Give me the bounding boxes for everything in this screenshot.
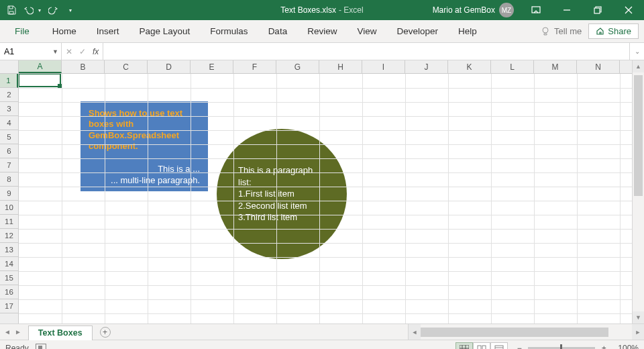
tab-review[interactable]: Review bbox=[298, 22, 346, 40]
normal-view-button[interactable] bbox=[455, 342, 473, 350]
horizontal-scroll-thumb[interactable] bbox=[421, 328, 608, 337]
row-header[interactable]: 13 bbox=[0, 243, 18, 257]
page-break-view-button[interactable] bbox=[490, 342, 508, 350]
horizontal-scrollbar[interactable]: ◄ ► bbox=[408, 324, 644, 340]
column-headers[interactable]: ABCDEFGHIJKLMN bbox=[19, 60, 632, 74]
tab-insert[interactable]: Insert bbox=[87, 22, 129, 40]
tell-me-search[interactable]: Tell me bbox=[535, 26, 587, 36]
gridline-row bbox=[19, 313, 632, 314]
zoom-in-button[interactable]: + bbox=[599, 344, 608, 350]
formula-bar[interactable] bbox=[103, 43, 629, 60]
qat-customize-icon[interactable]: ▾ bbox=[63, 3, 78, 17]
column-header[interactable]: J bbox=[405, 60, 448, 73]
tab-formulas[interactable]: Formulas bbox=[201, 22, 257, 40]
sheet-nav-prev-icon[interactable]: ◄ bbox=[4, 328, 11, 336]
scroll-right-icon[interactable]: ► bbox=[632, 324, 644, 340]
row-headers[interactable]: 1234567891011121314151617 bbox=[0, 74, 19, 323]
macro-recording-icon[interactable] bbox=[36, 344, 46, 350]
tab-help[interactable]: Help bbox=[449, 22, 486, 40]
column-header[interactable]: E bbox=[191, 60, 233, 73]
signed-in-user[interactable]: Mario at GemBox MZ bbox=[433, 3, 514, 17]
zoom-slider[interactable] bbox=[528, 347, 595, 350]
column-header[interactable]: B bbox=[62, 60, 105, 73]
row-header[interactable]: 5 bbox=[0, 130, 18, 144]
minimize-button[interactable] bbox=[551, 0, 582, 20]
svg-rect-0 bbox=[532, 7, 540, 13]
row-header[interactable]: 7 bbox=[0, 158, 18, 172]
svg-rect-9 bbox=[482, 346, 486, 350]
row-header[interactable]: 11 bbox=[0, 215, 18, 229]
restore-button[interactable] bbox=[582, 0, 613, 20]
zoom-controls: − + 100% bbox=[515, 344, 639, 350]
column-header[interactable]: F bbox=[233, 60, 276, 73]
row-header[interactable]: 14 bbox=[0, 257, 18, 271]
column-header[interactable]: D bbox=[148, 60, 191, 73]
select-all-corner[interactable] bbox=[0, 60, 19, 74]
zoom-out-button[interactable]: − bbox=[515, 344, 524, 350]
tab-page-layout[interactable]: Page Layout bbox=[130, 22, 200, 40]
name-box-input[interactable] bbox=[4, 47, 43, 56]
cancel-formula-icon[interactable]: ✕ bbox=[66, 47, 72, 56]
redo-button[interactable] bbox=[46, 3, 60, 17]
textbox-shape-circle[interactable]: This is a paragraph list: 1.First list i… bbox=[217, 129, 347, 259]
tab-view[interactable]: View bbox=[347, 22, 386, 40]
zoom-slider-thumb[interactable] bbox=[560, 344, 562, 350]
save-button[interactable] bbox=[4, 3, 19, 17]
gridline-row bbox=[19, 229, 632, 230]
name-box[interactable]: ▼ bbox=[0, 43, 62, 60]
tab-data[interactable]: Data bbox=[259, 22, 297, 40]
column-header[interactable]: H bbox=[319, 60, 362, 73]
column-header[interactable]: A bbox=[19, 60, 62, 73]
row-header[interactable]: 1 bbox=[0, 74, 18, 88]
enter-formula-icon[interactable]: ✓ bbox=[79, 47, 86, 56]
row-header[interactable]: 6 bbox=[0, 144, 18, 158]
column-header[interactable]: M bbox=[534, 60, 577, 73]
user-avatar: MZ bbox=[499, 3, 514, 17]
row-header[interactable]: 8 bbox=[0, 172, 18, 187]
vertical-scroll-thumb[interactable] bbox=[634, 75, 643, 196]
svg-point-3 bbox=[543, 28, 548, 33]
column-header[interactable]: N bbox=[577, 60, 620, 73]
row-header[interactable]: 17 bbox=[0, 299, 18, 313]
row-header[interactable]: 4 bbox=[0, 116, 18, 130]
worksheet-grid[interactable]: ABCDEFGHIJKLMN 1234567891011121314151617… bbox=[0, 60, 644, 323]
undo-dropdown-icon[interactable]: ▾ bbox=[36, 3, 43, 17]
new-sheet-button[interactable]: + bbox=[98, 324, 113, 340]
row-header[interactable]: 3 bbox=[0, 102, 18, 116]
share-button[interactable]: Share bbox=[588, 23, 639, 39]
gridline-col bbox=[577, 74, 578, 323]
undo-button[interactable] bbox=[21, 3, 36, 17]
column-header[interactable]: G bbox=[276, 60, 319, 73]
column-header[interactable]: K bbox=[448, 60, 491, 73]
scroll-up-icon[interactable]: ▲ bbox=[633, 60, 644, 72]
tab-home[interactable]: Home bbox=[43, 22, 86, 40]
name-box-dropdown-icon[interactable]: ▼ bbox=[52, 48, 58, 55]
sheet-tab-active[interactable]: Text Boxes bbox=[28, 326, 93, 340]
close-button[interactable] bbox=[613, 0, 644, 20]
column-header[interactable]: I bbox=[362, 60, 405, 73]
insert-function-icon[interactable]: fx bbox=[93, 47, 99, 56]
scroll-down-icon[interactable]: ▼ bbox=[633, 311, 644, 323]
ribbon-display-options-button[interactable] bbox=[521, 0, 551, 20]
textbox-shape-rect[interactable]: Shows how to use text boxes with GemBox.… bbox=[80, 101, 208, 191]
sheet-nav-next-icon[interactable]: ► bbox=[15, 328, 21, 336]
row-header[interactable]: 16 bbox=[0, 285, 18, 299]
row-header[interactable]: 2 bbox=[0, 88, 18, 102]
sheet-nav-buttons[interactable]: ◄ ► bbox=[0, 324, 25, 340]
tab-developer[interactable]: Developer bbox=[387, 22, 447, 40]
expand-formula-bar-icon[interactable]: ⌄ bbox=[629, 43, 644, 60]
row-header[interactable]: 10 bbox=[0, 201, 18, 215]
tab-file[interactable]: File bbox=[5, 22, 42, 40]
scroll-left-icon[interactable]: ◄ bbox=[409, 324, 421, 340]
cells-viewport[interactable]: Shows how to use text boxes with GemBox.… bbox=[19, 74, 632, 323]
row-header[interactable]: 12 bbox=[0, 229, 18, 243]
gridline-row bbox=[19, 243, 632, 244]
vertical-scrollbar[interactable]: ▲ ▼ bbox=[632, 60, 644, 323]
page-layout-view-button[interactable] bbox=[473, 342, 490, 350]
row-header[interactable]: 15 bbox=[0, 271, 18, 285]
column-header[interactable]: C bbox=[105, 60, 148, 73]
column-header[interactable]: L bbox=[491, 60, 534, 73]
gridline-row bbox=[19, 88, 632, 89]
formula-input[interactable] bbox=[103, 43, 629, 60]
row-header[interactable]: 9 bbox=[0, 187, 18, 201]
